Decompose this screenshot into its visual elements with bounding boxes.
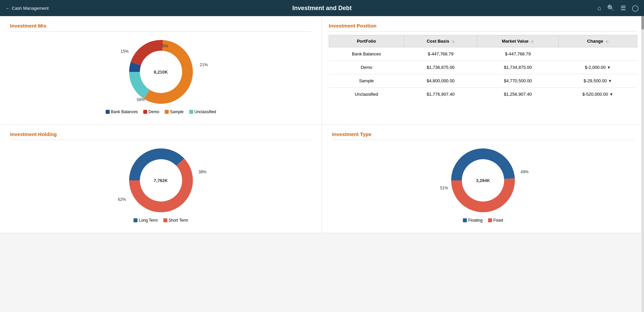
main-content: Investment Mix — [0, 16, 644, 233]
investment-type-donut: 3,294K 49% 51% — [449, 147, 517, 214]
legend-dot-fixed — [488, 218, 492, 222]
header-icons: ⌂ 🔍 ☰ ◯ — [597, 4, 639, 12]
col-change[interactable]: Change ◇ — [558, 35, 637, 47]
row-change-2: $-29,500.00 ▼ — [558, 74, 637, 88]
svg-point-5 — [462, 160, 504, 201]
legend-dot-unclassified — [189, 110, 193, 114]
legend-label-shortterm: Short Term — [169, 218, 188, 223]
legend-label-sample: Sample — [170, 109, 184, 114]
user-icon[interactable]: ◯ — [632, 4, 639, 12]
investment-type-title: Investment Type — [332, 131, 634, 140]
page-title: Investment and Debt — [292, 5, 352, 12]
col-portfolio[interactable]: PortFolio — [329, 35, 404, 47]
investment-holding-section: Investment Holding — [0, 125, 322, 233]
investment-type-section: Investment Type — [322, 125, 644, 233]
type-pct-floating: 49% — [521, 170, 529, 174]
row-market-0: $-447,768.79 — [477, 47, 558, 61]
investment-mix-section: Investment Mix — [0, 16, 322, 125]
col-cost-basis[interactable]: Cost Basis ◇ — [404, 35, 477, 47]
investment-holding-donut: 7,762K 38% 62% — [127, 147, 195, 214]
home-icon[interactable]: ⌂ — [597, 5, 601, 12]
expand-btn-sample[interactable]: ▼ — [608, 79, 612, 83]
legend-bank-balances: Bank Balances — [106, 109, 138, 114]
legend-dot-floating — [463, 218, 467, 222]
legend-demo: Demo — [143, 109, 159, 114]
menu-icon[interactable]: ☰ — [621, 4, 626, 12]
scrollbar-thumb[interactable] — [641, 16, 644, 30]
row-cost-3: $1,776,907.40 — [404, 88, 477, 101]
investment-mix-title: Investment Mix — [10, 23, 312, 32]
row-cost-0: $-447,768.79 — [404, 47, 477, 61]
row-cost-1: $1,736,875.00 — [404, 61, 477, 74]
legend-dot-sample — [165, 110, 169, 114]
legend-label-fixed: Fixed — [493, 218, 503, 223]
investment-position-table: PortFolio Cost Basis ◇ Market Value ◇ Ch… — [329, 35, 637, 101]
legend-dot-longterm — [133, 218, 138, 222]
investment-mix-legend: Bank Balances Demo Sample Unclassified — [106, 109, 216, 114]
legend-unclassified: Unclassified — [189, 109, 216, 114]
legend-sample: Sample — [165, 109, 184, 114]
investment-position-section: Investment Position PortFolio Cost Basis… — [322, 16, 644, 125]
row-change-1: $-2,000.00 ▼ — [558, 61, 637, 74]
back-button[interactable]: ← Cash Management — [5, 6, 49, 11]
investment-holding-legend: Long Term Short Term — [133, 218, 188, 223]
mix-pct-unclassified: 15% — [121, 49, 129, 54]
row-change-0 — [558, 47, 637, 61]
mix-pct-sample: 58% — [137, 97, 145, 102]
row-market-2: $4,770,500.00 — [477, 74, 558, 88]
table-row: Sample $4,800,000.00 $4,770,500.00 $-29,… — [329, 74, 637, 88]
legend-longterm: Long Term — [133, 218, 158, 223]
investment-holding-title: Investment Holding — [10, 131, 312, 140]
legend-label-unclassified: Unclassified — [195, 109, 216, 114]
investment-position-title: Investment Position — [329, 23, 637, 32]
table-row: Bank Balances $-447,768.79 $-447,768.79 — [329, 47, 637, 61]
hold-pct-shortterm: 62% — [118, 197, 126, 202]
expand-btn-unclassified[interactable]: ▼ — [609, 92, 613, 97]
investment-holding-svg — [127, 147, 195, 214]
row-change-3: $-520,000.00 ▼ — [558, 88, 637, 101]
legend-label-longterm: Long Term — [139, 218, 158, 223]
legend-label-floating: Floating — [468, 218, 483, 223]
legend-fixed: Fixed — [488, 218, 503, 223]
back-label: Cash Management — [12, 6, 49, 11]
legend-dot-bank — [106, 110, 110, 114]
row-portfolio-2: Sample — [329, 74, 404, 88]
table-row: Demo $1,736,875.00 $1,734,875.00 $-2,000… — [329, 61, 637, 74]
col-market-value[interactable]: Market Value ◇ — [477, 35, 558, 47]
legend-label-bank: Bank Balances — [111, 109, 138, 114]
row-market-1: $1,734,875.00 — [477, 61, 558, 74]
legend-dot-demo — [143, 110, 147, 114]
app-header: ← Cash Management Investment and Debt ⌂ … — [0, 0, 644, 16]
investment-type-svg — [449, 147, 517, 214]
investment-mix-chart: 8,210K 21% 5% 15% 58% Bank Balances Demo — [10, 35, 312, 118]
mix-pct-demo: 21% — [200, 62, 208, 67]
investment-mix-donut: 8,210K 21% 5% 15% 58% — [127, 38, 195, 105]
row-portfolio-3: Unclassified — [329, 88, 404, 101]
back-arrow-icon: ← — [5, 6, 10, 11]
investment-holding-chart: 7,762K 38% 62% Long Term Short Term — [10, 143, 312, 226]
row-portfolio-1: Demo — [329, 61, 404, 74]
legend-floating: Floating — [463, 218, 483, 223]
investment-mix-svg — [127, 38, 195, 105]
legend-shortterm: Short Term — [163, 218, 188, 223]
hold-pct-longterm: 38% — [199, 170, 207, 174]
type-pct-fixed: 51% — [440, 186, 448, 190]
table-row: Unclassified $1,776,907.40 $1,256,907.40… — [329, 88, 637, 101]
search-icon[interactable]: 🔍 — [607, 4, 614, 12]
expand-btn-demo[interactable]: ▼ — [607, 65, 611, 70]
row-portfolio-0: Bank Balances — [329, 47, 404, 61]
svg-point-3 — [140, 160, 182, 201]
scrollbar[interactable] — [641, 16, 644, 233]
row-market-3: $1,256,907.40 — [477, 88, 558, 101]
mix-pct-bank: 5% — [162, 44, 168, 48]
investment-type-legend: Floating Fixed — [463, 218, 503, 223]
row-cost-2: $4,800,000.00 — [404, 74, 477, 88]
investment-type-chart: 3,294K 49% 51% Floating Fixed — [332, 143, 634, 226]
legend-dot-shortterm — [163, 218, 167, 222]
svg-point-1 — [140, 51, 182, 93]
legend-label-demo: Demo — [149, 109, 159, 114]
